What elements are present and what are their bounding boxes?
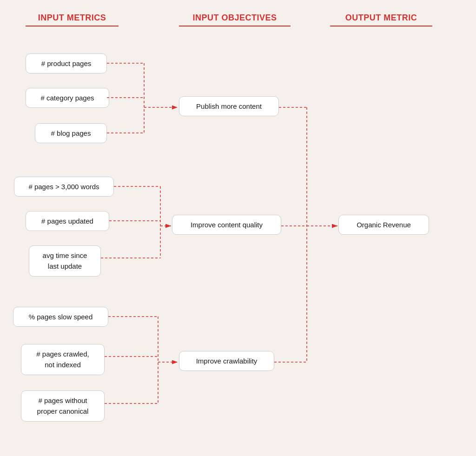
node-improve-crawlability: Improve crawlability xyxy=(179,351,274,371)
node-organic-revenue: Organic Revenue xyxy=(338,215,429,235)
node-pages-crawled-not-indexed: # pages crawled,not indexed xyxy=(21,344,105,375)
node-publish-content: Publish more content xyxy=(179,96,279,116)
node-pages-slow-speed: % pages slow speed xyxy=(13,307,108,327)
node-category-pages: # category pages xyxy=(26,88,109,108)
node-improve-quality: Improve content quality xyxy=(172,215,281,235)
diagram-container: INPUT METRICS INPUT OBJECTIVES OUTPUT ME… xyxy=(0,0,476,456)
node-pages-updated: # pages updated xyxy=(26,211,109,231)
node-pages-without-canonical: # pages withoutproper canonical xyxy=(21,390,105,422)
col-header-input-objectives: INPUT OBJECTIVES xyxy=(179,13,291,26)
node-pages-3000-words: # pages > 3,000 words xyxy=(14,177,114,197)
col-header-output-metric: OUTPUT METRIC xyxy=(330,13,432,26)
col-header-input-metrics: INPUT METRICS xyxy=(26,13,119,26)
node-product-pages: # product pages xyxy=(26,53,107,73)
node-blog-pages: # blog pages xyxy=(35,123,107,143)
node-avg-time-update: avg time sincelast update xyxy=(29,245,101,277)
